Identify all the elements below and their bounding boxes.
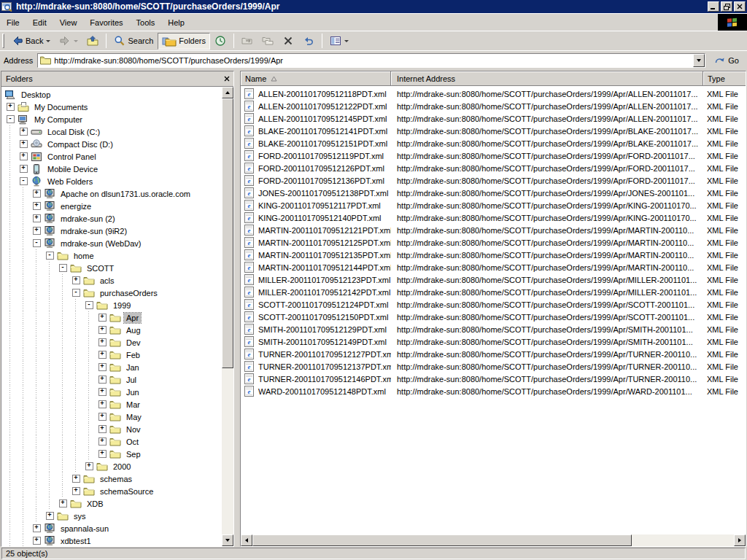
column-header-name[interactable]: Name [241, 71, 391, 85]
file-row[interactable]: eFORD-2001101709512136PDT.xmlhttp://mdra… [241, 174, 746, 187]
forward-dropdown-caret[interactable] [74, 40, 78, 42]
file-row[interactable]: eFORD-2001101709512119PDT.xmlhttp://mdra… [241, 149, 746, 162]
tree-expand-toggle[interactable]: + [43, 510, 56, 522]
file-name-cell[interactable]: eALLEN-2001101709512118PDT.xml [241, 88, 391, 99]
file-name-cell[interactable]: eWARD-2001101709512148PDT.xml [241, 386, 391, 397]
tree-expand-toggle[interactable]: + [96, 311, 109, 324]
tree-expand-toggle[interactable]: + [96, 324, 109, 336]
tree-expand-toggle[interactable]: + [96, 361, 109, 373]
tree-expand-toggle[interactable]: + [30, 225, 43, 237]
tree-expand-toggle[interactable]: - [69, 287, 82, 299]
tree-expand-toggle[interactable]: + [56, 497, 69, 510]
file-name-cell[interactable]: eFORD-2001101709512126PDT.xml [241, 163, 391, 174]
tree-expand-toggle[interactable]: + [30, 534, 43, 546]
tree-scrollbar-track[interactable] [222, 368, 233, 534]
tree-item-my-documents[interactable]: +My Documents [1, 101, 222, 113]
tree-item-web-folders[interactable]: -Web Folders [1, 175, 222, 187]
file-name-cell[interactable]: eMILLER-2001101709512142PDT.xml [241, 287, 391, 298]
tree-item-jun[interactable]: +Jun [1, 386, 222, 398]
tree-expand-toggle[interactable]: + [30, 522, 43, 534]
scroll-down-button[interactable] [222, 534, 233, 546]
tree-expand-toggle[interactable]: - [43, 249, 56, 262]
list-horizontal-scrollbar[interactable] [241, 534, 746, 546]
tree-item-apr[interactable]: +Apr [1, 311, 222, 324]
file-row[interactable]: eFORD-2001101709512126PDT.xmlhttp://mdra… [241, 162, 746, 174]
tree-expand-toggle[interactable]: + [17, 138, 30, 150]
file-name-cell[interactable]: eTURNER-2001101709512137PDT.xml [241, 361, 391, 372]
menu-item-edit[interactable]: Edit [26, 14, 53, 31]
menu-item-file[interactable]: File [0, 14, 26, 31]
file-row[interactable]: eJONES-2001101709512138PDT.xmlhttp://mdr… [241, 187, 746, 199]
tree-item-jul[interactable]: +Jul [1, 373, 222, 386]
tree-item-dev[interactable]: +Dev [1, 336, 222, 349]
file-name-cell[interactable]: eJONES-2001101709512138PDT.xml [241, 187, 391, 198]
tree-expand-toggle[interactable]: + [30, 200, 43, 212]
minimize-button[interactable] [708, 1, 719, 12]
tree-item-1999[interactable]: -1999 [1, 299, 222, 311]
tree-item-purchaseorders[interactable]: -purchaseOrders [1, 287, 222, 299]
file-row[interactable]: eTURNER-2001101709512146PDT.xmlhttp://md… [241, 373, 746, 385]
tree-expand-toggle[interactable]: + [96, 435, 109, 448]
tree-item-desktop[interactable]: Desktop [1, 88, 222, 101]
tree-item-jan[interactable]: +Jan [1, 361, 222, 373]
back-dropdown-caret[interactable] [46, 40, 50, 42]
tree-scrollbar-thumb[interactable] [222, 98, 233, 368]
tree-item-oct[interactable]: +Oct [1, 435, 222, 448]
file-row[interactable]: eMARTIN-2001101709512121PDT.xmlhttp://md… [241, 224, 746, 236]
file-row[interactable]: eWARD-2001101709512148PDT.xmlhttp://mdra… [241, 385, 746, 397]
tree-item-my-computer[interactable]: -My Computer [1, 113, 222, 125]
file-name-cell[interactable]: eKING-2001101709512117PDT.xml [241, 200, 391, 211]
forward-button[interactable] [55, 33, 82, 50]
menu-item-view[interactable]: View [53, 14, 84, 31]
tree-expand-toggle[interactable]: + [30, 212, 43, 225]
close-button[interactable] [734, 1, 746, 12]
file-name-cell[interactable]: eTURNER-2001101709512127PDT.xml [241, 349, 391, 359]
history-button[interactable] [210, 33, 231, 50]
tree-item-acls[interactable]: +acls [1, 274, 222, 287]
tree-item-xdb[interactable]: +XDB [1, 497, 222, 510]
file-name-cell[interactable]: eBLAKE-2001101709512151PDT.xml [241, 138, 391, 149]
file-name-cell[interactable]: eMARTIN-2001101709512135PDT.xml [241, 249, 391, 260]
tree-item-may[interactable]: +May [1, 411, 222, 423]
file-row[interactable]: eSCOTT-2001101709512150PDT.xmlhttp://mdr… [241, 311, 746, 323]
tree-expand-toggle[interactable]: + [96, 411, 109, 423]
tree-item-xdbtest1[interactable]: +xdbtest1 [1, 534, 222, 546]
tree-item-apache-on-dlsun1731-us-oracle-com[interactable]: +Apache on dlsun1731.us.oracle.com [1, 187, 222, 200]
file-row[interactable]: eMILLER-2001101709512142PDT.xmlhttp://md… [241, 286, 746, 298]
file-name-cell[interactable]: eBLAKE-2001101709512141PDT.xml [241, 125, 391, 136]
tree-item-mdrake-sun-9ir2[interactable]: +mdrake-sun (9iR2) [1, 225, 222, 237]
tree-expand-toggle[interactable]: + [96, 373, 109, 386]
tree-expand-toggle[interactable]: + [17, 150, 30, 163]
scroll-up-button[interactable] [222, 87, 233, 98]
tree-item-schemasource[interactable]: +schemaSource [1, 485, 222, 497]
file-row[interactable]: eALLEN-2001101709512118PDT.xmlhttp://mdr… [241, 88, 746, 100]
file-row[interactable]: eTURNER-2001101709512137PDT.xmlhttp://md… [241, 360, 746, 373]
tree-expand-toggle[interactable]: + [82, 460, 96, 472]
file-row[interactable]: eTURNER-2001101709512127PDT.xmlhttp://md… [241, 348, 746, 360]
go-button[interactable]: Go [710, 52, 743, 69]
column-header-type[interactable]: Type [703, 71, 746, 85]
file-row[interactable]: eSCOTT-2001101709512124PDT.xmlhttp://mdr… [241, 298, 746, 311]
tree-item-control-panel[interactable]: +Control Panel [1, 150, 222, 163]
tree-expand-toggle[interactable]: + [69, 472, 82, 485]
file-row[interactable]: eSMITH-2001101709512129PDT.xmlhttp://mdr… [241, 323, 746, 335]
tree-item-feb[interactable]: +Feb [1, 349, 222, 361]
list-scrollbar-thumb[interactable] [252, 534, 632, 546]
file-row[interactable]: eKING-2001101709512140PDT.xmlhttp://mdra… [241, 211, 746, 224]
tree-item-sys[interactable]: +sys [1, 510, 222, 522]
tree-item-nov[interactable]: +Nov [1, 423, 222, 435]
file-row[interactable]: eBLAKE-2001101709512141PDT.xmlhttp://mdr… [241, 125, 746, 137]
folders-button[interactable]: Folders [158, 33, 210, 50]
scroll-right-button[interactable] [734, 534, 746, 546]
file-name-cell[interactable]: eSCOTT-2001101709512150PDT.xml [241, 311, 391, 322]
address-input[interactable]: http://mdrake-sun:8080/home/SCOTT/purcha… [37, 53, 705, 68]
file-row[interactable]: eMILLER-2001101709512123PDT.xmlhttp://md… [241, 273, 746, 286]
address-dropdown-button[interactable] [693, 54, 705, 67]
file-row[interactable]: eMARTIN-2001101709512135PDT.xmlhttp://md… [241, 249, 746, 261]
list-scrollbar-track[interactable] [632, 534, 734, 546]
back-button[interactable]: Back [7, 33, 55, 50]
file-name-cell[interactable]: eMILLER-2001101709512123PDT.xml [241, 274, 391, 285]
tree-expand-toggle[interactable]: + [96, 423, 109, 435]
tree-item-sep[interactable]: +Sep [1, 448, 222, 460]
tree-expand-toggle[interactable]: - [56, 262, 69, 274]
